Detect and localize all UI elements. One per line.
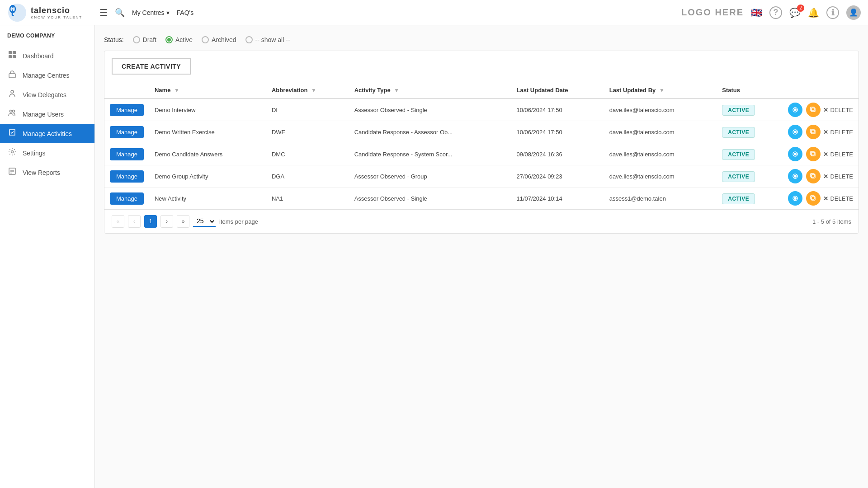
filter-show-all[interactable]: -- show all -- — [245, 36, 290, 43]
sidebar: DEMO COMPANY Dashboard Manage Centres Vi… — [0, 25, 95, 488]
create-activity-button[interactable]: CREATE ACTIVITY — [112, 58, 191, 75]
col-actions — [782, 82, 859, 99]
my-centres-link[interactable]: My Centres ▾ — [132, 9, 170, 16]
status-badge: ACTIVE — [722, 149, 755, 160]
svg-rect-31 — [811, 174, 815, 178]
table-row: Manage Demo Written Exercise DWE Candida… — [104, 121, 859, 143]
manage-button[interactable]: Manage — [110, 148, 144, 160]
last-updated-date-cell: 10/06/2024 17:50 — [511, 121, 604, 143]
avatar[interactable]: 👤 — [846, 5, 861, 20]
svg-rect-8 — [9, 74, 15, 78]
manage-button[interactable]: Manage — [110, 170, 144, 183]
copy-button[interactable] — [806, 147, 821, 161]
delete-button[interactable]: ✕ DELETE — [823, 195, 853, 202]
svg-point-17 — [794, 108, 797, 111]
hamburger-button[interactable]: ☰ — [99, 7, 108, 18]
manage-button[interactable]: Manage — [110, 192, 144, 205]
last-updated-date-cell: 10/06/2024 17:50 — [511, 99, 604, 121]
svg-rect-23 — [811, 130, 815, 134]
sidebar-item-settings[interactable]: Settings — [0, 143, 94, 163]
info-icon[interactable]: ℹ — [826, 6, 839, 19]
abbr-filter-icon[interactable]: ▼ — [311, 87, 316, 94]
filter-draft[interactable]: Draft — [133, 36, 156, 43]
manage-button[interactable]: Manage — [110, 126, 144, 138]
sidebar-item-label: View Reports — [23, 169, 60, 176]
help-icon[interactable]: ? — [769, 6, 782, 19]
svg-point-10 — [10, 110, 12, 113]
updated-by-filter-icon[interactable]: ▼ — [659, 87, 665, 94]
copy-button[interactable] — [806, 125, 821, 139]
name-cell: Demo Interview — [149, 99, 266, 121]
preview-button[interactable] — [788, 103, 802, 117]
col-action — [104, 82, 149, 99]
company-name: DEMO COMPANY — [0, 33, 94, 46]
manage-button[interactable]: Manage — [110, 104, 144, 116]
bell-icon[interactable]: 🔔 — [808, 7, 819, 18]
preview-button[interactable] — [788, 169, 802, 183]
manage-centres-icon — [7, 70, 17, 80]
brand-name: talenscio — [31, 6, 82, 15]
dashboard-icon — [7, 51, 17, 61]
activities-table: Name ▼ Abbreviation ▼ Activity Type ▼ — [104, 82, 859, 209]
last-page-button[interactable]: » — [177, 215, 189, 228]
sidebar-item-dashboard[interactable]: Dashboard — [0, 46, 94, 66]
col-abbreviation: Abbreviation ▼ — [266, 82, 349, 99]
name-filter-icon[interactable]: ▼ — [174, 87, 179, 94]
actions-cell: ✕ DELETE — [782, 143, 859, 165]
delete-button[interactable]: ✕ DELETE — [823, 107, 853, 113]
sidebar-item-view-delegates[interactable]: View Delegates — [0, 85, 94, 104]
next-page-button[interactable]: › — [160, 215, 173, 228]
main-layout: DEMO COMPANY Dashboard Manage Centres Vi… — [0, 25, 868, 488]
flag-icon[interactable]: 🇬🇧 — [751, 7, 762, 18]
per-page-select[interactable]: 25 50 100 — [193, 216, 216, 227]
abbreviation-cell: NA1 — [266, 188, 349, 210]
svg-rect-20 — [811, 107, 814, 111]
delete-button[interactable]: ✕ DELETE — [823, 151, 853, 158]
type-filter-icon[interactable]: ▼ — [394, 87, 399, 94]
svg-rect-32 — [811, 174, 814, 177]
filter-archived[interactable]: Archived — [202, 36, 236, 43]
copy-button[interactable] — [806, 169, 821, 183]
draft-radio[interactable] — [133, 36, 140, 43]
abbreviation-cell: DI — [266, 99, 349, 121]
name-cell: Demo Candidate Answers — [149, 143, 266, 165]
faqs-link[interactable]: FAQ's — [177, 9, 194, 16]
col-last-updated-by: Last Updated By ▼ — [604, 82, 717, 99]
archived-radio[interactable] — [202, 36, 209, 43]
svg-rect-28 — [811, 151, 814, 155]
delete-button[interactable]: ✕ DELETE — [823, 173, 853, 180]
actions-cell: ✕ DELETE — [782, 165, 859, 188]
first-page-button[interactable]: « — [112, 215, 124, 228]
actions-cell: ✕ DELETE — [782, 188, 859, 210]
svg-rect-35 — [811, 197, 815, 200]
preview-button[interactable] — [788, 191, 802, 206]
sidebar-item-view-reports[interactable]: View Reports — [0, 163, 94, 182]
svg-rect-4 — [9, 51, 12, 54]
preview-button[interactable] — [788, 147, 802, 161]
logo-area: t talenscio know your talent — [7, 3, 98, 23]
preview-button[interactable] — [788, 125, 802, 139]
active-radio[interactable] — [165, 36, 173, 43]
chat-icon[interactable]: 💬 2 — [789, 7, 801, 18]
show-all-radio[interactable] — [245, 36, 253, 43]
sidebar-item-manage-users[interactable]: Manage Users — [0, 104, 94, 124]
copy-button[interactable] — [806, 103, 821, 117]
activity-type-cell: Assessor Observed - Single — [349, 188, 511, 210]
sidebar-item-manage-centres[interactable]: Manage Centres — [0, 66, 94, 85]
manage-cell: Manage — [104, 188, 149, 210]
svg-rect-24 — [811, 129, 814, 133]
status-badge: ACTIVE — [722, 193, 755, 204]
delete-x-icon: ✕ — [823, 107, 828, 113]
prev-page-button[interactable]: ‹ — [128, 215, 141, 228]
search-icon[interactable]: 🔍 — [115, 8, 125, 18]
last-updated-date-cell: 11/07/2024 10:14 — [511, 188, 604, 210]
col-last-updated-date: Last Updated Date — [511, 82, 604, 99]
page-1-button[interactable]: 1 — [144, 215, 157, 228]
name-cell: New Activity — [149, 188, 266, 210]
copy-button[interactable] — [806, 191, 821, 206]
filter-active[interactable]: Active — [165, 36, 193, 43]
sidebar-item-manage-activities[interactable]: Manage Activities — [0, 124, 94, 143]
logo-icon: t — [7, 3, 27, 23]
delete-button[interactable]: ✕ DELETE — [823, 129, 853, 136]
view-delegates-icon — [7, 89, 17, 100]
